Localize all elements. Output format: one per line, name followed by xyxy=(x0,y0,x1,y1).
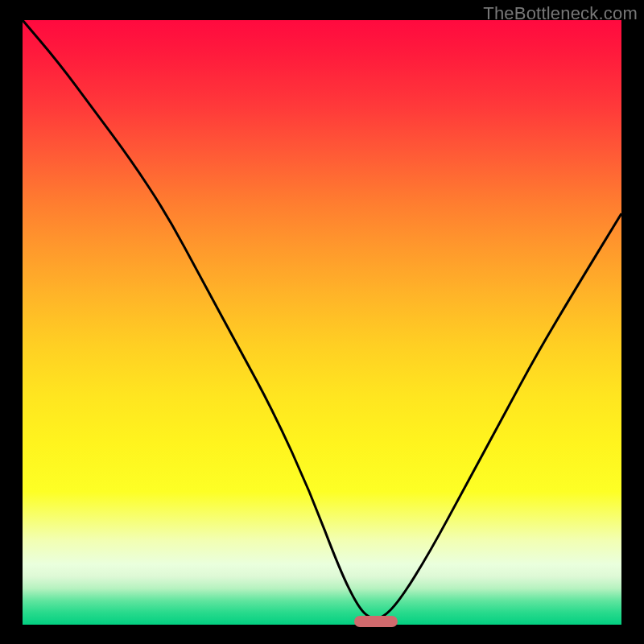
optimum-marker xyxy=(354,616,398,627)
curve-path xyxy=(23,20,621,619)
bottleneck-curve xyxy=(23,20,621,625)
chart-frame: TheBottleneck.com xyxy=(0,0,644,644)
plot-area xyxy=(23,20,621,625)
attribution-text: TheBottleneck.com xyxy=(483,3,638,24)
